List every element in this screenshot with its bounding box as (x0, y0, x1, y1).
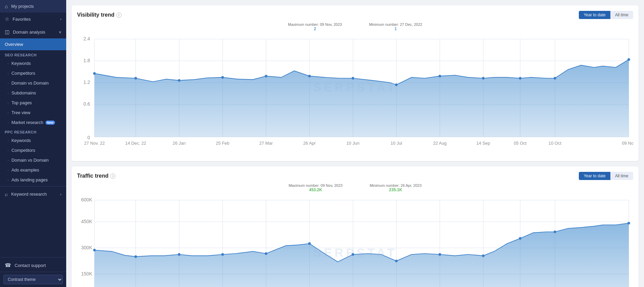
keyword-icon: ⌕ (5, 191, 8, 197)
support-icon: ☎ (5, 262, 11, 268)
traffic-chart-meta: Maximum number: 09 Nov, 2023 453.2K Mini… (77, 183, 633, 192)
svg-point-86 (554, 231, 556, 233)
chevron-right-icon2: › (60, 192, 61, 196)
visibility-chart-meta: Maximum number: 09 Nov, 2023 2 Minimum n… (77, 22, 633, 31)
sidebar-item-ppc-competitors[interactable]: · Competitors (0, 145, 66, 155)
svg-text:0.6: 0.6 (84, 101, 90, 107)
svg-point-30 (352, 77, 354, 80)
traffic-all-time-btn[interactable]: All time (610, 172, 633, 180)
svg-text:150K: 150K (81, 271, 92, 276)
visibility-max-info: Maximum number: 09 Nov, 2023 2 (288, 22, 342, 31)
traffic-info-icon[interactable]: i (110, 174, 115, 179)
sidebar: ⌂ My projects ☆ Favorites › ◫ Domain ana… (0, 0, 66, 287)
traffic-chart-card: Traffic trend i Year to date All time Ma… (72, 166, 639, 287)
svg-point-33 (482, 77, 485, 80)
svg-text:26 Jan: 26 Jan (173, 141, 186, 146)
sidebar-item-my-projects[interactable]: ⌂ My projects (0, 0, 66, 13)
section-seo-research: SEO research (0, 50, 66, 58)
svg-point-85 (519, 237, 521, 240)
svg-text:10 Jul: 10 Jul (391, 141, 402, 146)
svg-point-35 (554, 77, 556, 80)
traffic-btn-group: Year to date All time (579, 172, 633, 180)
svg-text:SERPSTAT: SERPSTAT (313, 246, 397, 259)
svg-point-75 (93, 249, 96, 252)
svg-point-34 (519, 77, 521, 80)
svg-text:22 Aug: 22 Aug (433, 141, 447, 146)
sidebar-item-overview[interactable]: Overview (0, 38, 66, 50)
new-badge: New (45, 121, 55, 125)
svg-text:09 Nov: 09 Nov (622, 141, 633, 146)
svg-point-27 (221, 76, 224, 79)
chevron-right-icon: › (60, 17, 61, 21)
svg-text:27 Mar: 27 Mar (259, 141, 273, 146)
svg-text:1.2: 1.2 (84, 79, 90, 85)
svg-text:450K: 450K (81, 219, 92, 224)
svg-text:05 Oct: 05 Oct (514, 141, 527, 146)
sidebar-item-keyword-research[interactable]: ⌕ Keyword research › (0, 188, 66, 200)
sidebar-item-ppc-domain-vs-domain[interactable]: · Domain vs Domain (0, 155, 66, 165)
theme-select[interactable]: Contrast theme (3, 275, 63, 284)
svg-text:10 Oct: 10 Oct (549, 141, 562, 146)
traffic-chart-title: Traffic trend i (77, 173, 115, 179)
svg-point-25 (134, 77, 137, 80)
sidebar-item-ppc-ads-examples[interactable]: · Ads examples (0, 165, 66, 175)
traffic-svg: 600K 450K 300K 150K 0 (77, 194, 633, 287)
sidebar-item-ppc-ads-landing[interactable]: · Ads landing pages (0, 175, 66, 185)
star-icon: ☆ (5, 16, 9, 22)
sidebar-item-contact-support[interactable]: ☎ Contact support (0, 259, 66, 272)
sidebar-bottom: ☎ Contact support Contrast theme (0, 256, 66, 287)
sidebar-divider (0, 186, 66, 186)
section-ppc-research: PPC research (0, 127, 66, 136)
svg-point-80 (308, 243, 311, 245)
home-icon: ⌂ (5, 3, 8, 9)
sidebar-divider2 (0, 257, 66, 257)
svg-point-82 (395, 260, 398, 263)
svg-text:25 Feb: 25 Feb (216, 141, 229, 146)
theme-wrapper: Contrast theme (0, 272, 66, 287)
visibility-min-info: Minimum number: 27 Dec, 2022 1 (369, 22, 422, 31)
svg-text:14 Sep: 14 Sep (476, 141, 490, 146)
svg-point-28 (265, 75, 268, 77)
sidebar-item-favorites[interactable]: ☆ Favorites › (0, 13, 66, 25)
visibility-year-to-date-btn[interactable]: Year to date (579, 11, 610, 19)
chart-icon: ◫ (5, 29, 10, 35)
chevron-down-icon: ∨ (59, 30, 61, 34)
traffic-chart-area: Maximum number: 09 Nov, 2023 453.2K Mini… (77, 183, 633, 287)
main-content: Visibility trend i Year to date All time… (66, 0, 644, 287)
svg-point-26 (178, 79, 181, 82)
visibility-svg: 2.4 1.8 1.2 0.6 0 (77, 33, 633, 154)
svg-point-79 (265, 252, 268, 255)
sidebar-item-domain-analysis[interactable]: ◫ Domain analysis ∨ (0, 25, 66, 38)
traffic-min-info: Minimum number: 26 Apr, 2023 235.1K (370, 183, 422, 192)
visibility-all-time-btn[interactable]: All time (610, 11, 633, 19)
svg-text:2.4: 2.4 (84, 36, 90, 41)
sidebar-item-seo-subdomains[interactable]: · Subdomains (0, 88, 66, 98)
traffic-year-to-date-btn[interactable]: Year to date (579, 172, 610, 180)
visibility-info-icon[interactable]: i (116, 13, 122, 18)
svg-text:300K: 300K (81, 245, 92, 250)
svg-text:26 Apr: 26 Apr (303, 141, 316, 146)
svg-text:14 Dec. 22: 14 Dec. 22 (125, 141, 146, 146)
visibility-chart-card: Visibility trend i Year to date All time… (72, 5, 639, 161)
svg-point-87 (627, 222, 630, 225)
traffic-chart-header: Traffic trend i Year to date All time (77, 172, 633, 180)
sidebar-item-seo-domain-vs-domain[interactable]: · Domain vs Domain (0, 78, 66, 88)
visibility-chart-title: Visibility trend i (77, 12, 122, 18)
svg-point-36 (627, 58, 630, 61)
svg-point-84 (482, 254, 485, 257)
svg-point-29 (308, 75, 311, 77)
visibility-btn-group: Year to date All time (579, 11, 633, 19)
sidebar-item-seo-top-pages[interactable]: · Top pages (0, 98, 66, 108)
sidebar-item-seo-competitors[interactable]: · Competitors (0, 68, 66, 78)
svg-text:10 Jun: 10 Jun (346, 141, 359, 146)
svg-text:600K: 600K (81, 197, 92, 202)
sidebar-item-seo-market-research[interactable]: · Market research New (0, 118, 66, 127)
svg-point-76 (134, 255, 137, 258)
svg-point-24 (93, 72, 96, 75)
visibility-chart-header: Visibility trend i Year to date All time (77, 11, 633, 19)
sidebar-item-seo-tree-view[interactable]: · Tree view (0, 108, 66, 118)
svg-text:0: 0 (88, 135, 90, 140)
sidebar-item-seo-keywords[interactable]: · Keywords (0, 58, 66, 68)
sidebar-item-ppc-keywords[interactable]: · Keywords (0, 136, 66, 145)
traffic-max-info: Maximum number: 09 Nov, 2023 453.2K (289, 183, 343, 192)
